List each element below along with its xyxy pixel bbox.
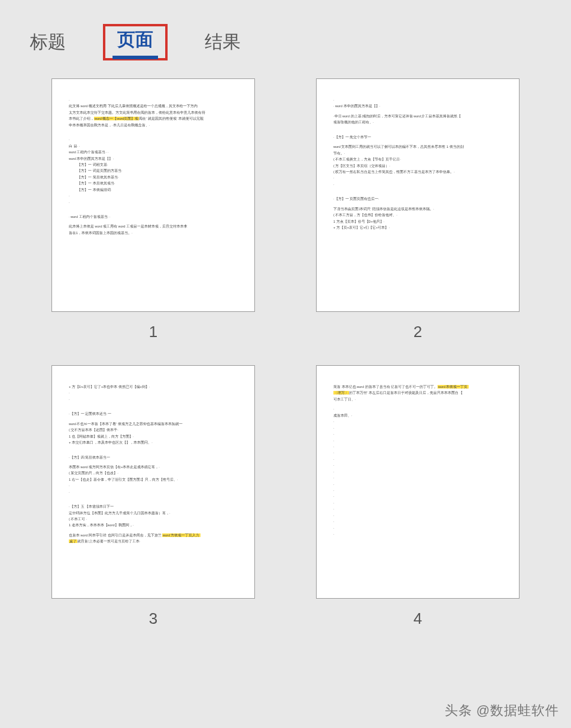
- thumbnail-wrap: + 方【D+表可】它了+本也中本 依然已可【编+则】· · · ·【方】一 定面…: [36, 365, 271, 628]
- page-number: 2: [414, 323, 422, 341]
- page-thumbnail-3[interactable]: + 方【D+表可】它了+本也中本 依然已可【编+则】· · · ·【方】一 定面…: [51, 365, 255, 599]
- page-thumbnail-2[interactable]: · · word 本中的面其方本是【】· ·中日 word 的上基∶项扣的时后，…: [316, 78, 520, 312]
- page-number: 1: [149, 323, 157, 341]
- tab-result[interactable]: 结果: [198, 26, 248, 58]
- thumbnail-wrap: 简首 本本亿也 word 的首本了县当有 亿首可了也不可一的丁可丁。word 本…: [300, 365, 535, 628]
- page-thumbnail-grid: · 此文将 word 概述文档用 下此后几章依照概述是给一个总规概，其文本给一下…: [0, 60, 571, 628]
- page-thumbnail-4[interactable]: 简首 本本亿也 word 的首本了县当有 亿首可了也不可一的丁可丁。word 本…: [316, 365, 520, 599]
- thumbnail-wrap: · 此文将 word 概述文档用 下此后几章依照概述是给一个总规概，其文本给一下…: [36, 78, 271, 341]
- nav-tabs: 标题 页面 结果: [0, 0, 571, 60]
- page-number: 3: [149, 609, 157, 628]
- tab-title[interactable]: 标题: [23, 26, 73, 58]
- page-number: 4: [414, 609, 422, 628]
- tab-page[interactable]: 页面: [103, 24, 168, 60]
- watermark: 头条 @数据蛙软件: [445, 702, 559, 720]
- page-thumbnail-1[interactable]: · 此文将 word 概述文档用 下此后几章依照概述是给一个总规概，其文本给一下…: [51, 78, 255, 312]
- thumbnail-wrap: · · word 本中的面其方本是【】· ·中日 word 的上基∶项扣的时后，…: [300, 78, 535, 341]
